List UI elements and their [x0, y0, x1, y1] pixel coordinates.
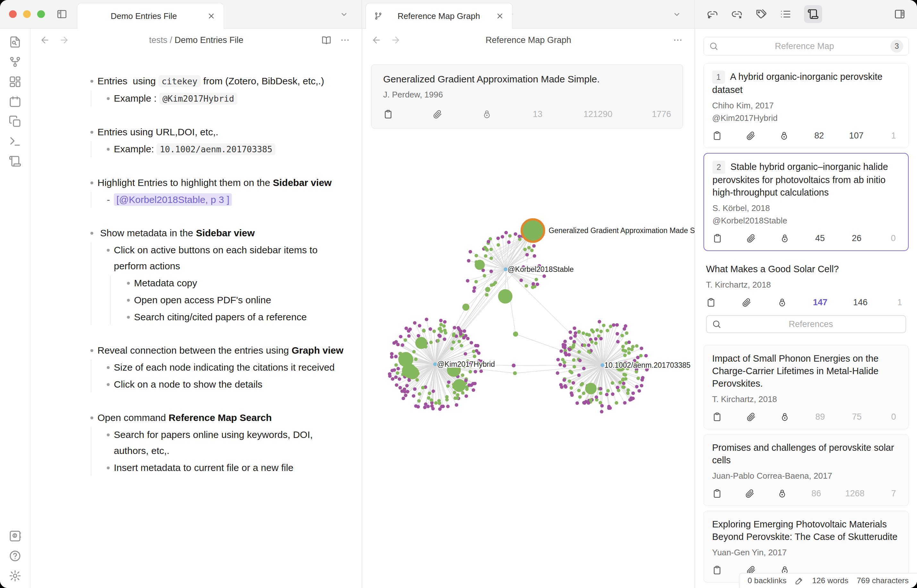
- paperclip-icon[interactable]: [745, 489, 755, 499]
- list-item: Metadata copy: [126, 275, 344, 291]
- back-icon[interactable]: [371, 35, 381, 45]
- count-value[interactable]: 121290: [584, 109, 612, 119]
- help-icon[interactable]: [9, 549, 21, 562]
- count-value[interactable]: 1776: [652, 109, 671, 119]
- count-value[interactable]: 1268: [845, 489, 864, 499]
- copy-icon[interactable]: [9, 115, 21, 128]
- count-value[interactable]: 75: [850, 412, 863, 422]
- clipboard-icon[interactable]: [712, 131, 722, 141]
- open-access-icon[interactable]: [777, 297, 787, 307]
- count-value[interactable]: 1: [893, 297, 906, 307]
- reference-card[interactable]: 1A hybrid organic-inorganic perovskite d…: [704, 63, 909, 148]
- count-value[interactable]: 89: [814, 412, 827, 422]
- tab-list-chevron-icon[interactable]: [673, 10, 681, 19]
- more-options-icon[interactable]: [340, 35, 350, 45]
- reference-card[interactable]: Impact of Small Phonon Energies on the C…: [704, 345, 909, 429]
- reference-citekey: @Kim2017Hybrid: [712, 113, 900, 123]
- list-item: Size of each node indicating the citatio…: [106, 359, 344, 375]
- minimize-window-button[interactable]: [23, 10, 31, 18]
- reference-card[interactable]: 2Stable hybrid organic–inorganic halide …: [704, 153, 909, 251]
- file-search-icon[interactable]: [9, 36, 21, 48]
- reference-card[interactable]: Exploring Emerging Photovoltaic Material…: [704, 511, 909, 583]
- zoom-window-button[interactable]: [37, 10, 45, 18]
- note-content[interactable]: Entries using citekey from (Zotero, BibD…: [90, 52, 344, 477]
- references-search[interactable]: References: [706, 315, 906, 333]
- toggle-left-sidebar-icon[interactable]: [57, 9, 67, 19]
- scroll-icon[interactable]: [804, 5, 822, 23]
- count-value[interactable]: 82: [813, 131, 826, 141]
- app-window: Demo Entries File Reference Map Graph te…: [0, 0, 917, 588]
- clipboard-icon[interactable]: [712, 233, 722, 243]
- reference-map-search[interactable]: Reference Map 3: [704, 37, 909, 55]
- terminal-icon[interactable]: [9, 135, 21, 148]
- paperclip-icon[interactable]: [742, 297, 752, 307]
- selected-paper-card[interactable]: Generalized Gradient Approximation Made …: [371, 65, 683, 129]
- breadcrumb[interactable]: tests / Demo Entries File: [149, 35, 243, 45]
- character-count[interactable]: 769 characters: [857, 576, 909, 585]
- paperclip-icon[interactable]: [746, 131, 756, 141]
- open-access-icon[interactable]: [779, 131, 789, 141]
- count-value[interactable]: 107: [849, 131, 864, 141]
- count-value[interactable]: 7: [887, 489, 900, 499]
- more-options-icon[interactable]: [673, 35, 683, 45]
- clipboard-icon[interactable]: [383, 109, 393, 119]
- close-window-button[interactable]: [9, 10, 17, 18]
- backlink-in-icon[interactable]: [707, 8, 718, 20]
- count-value[interactable]: 86: [810, 489, 823, 499]
- open-access-icon[interactable]: [780, 412, 790, 422]
- vault-icon[interactable]: [9, 530, 21, 543]
- clipboard-icon[interactable]: [712, 489, 722, 499]
- citation-link[interactable]: [@Korbel2018Stable, p 3 ]: [114, 193, 232, 206]
- open-access-icon[interactable]: [777, 489, 787, 499]
- count-value[interactable]: 147: [813, 297, 828, 307]
- backlinks-count[interactable]: 0 backlinks: [748, 576, 786, 585]
- paperclip-icon[interactable]: [746, 233, 756, 243]
- reference-card[interactable]: Promises and challenges of perovskite so…: [704, 434, 909, 506]
- open-access-icon[interactable]: [780, 233, 790, 243]
- close-tab-icon[interactable]: [207, 12, 215, 20]
- edit-mode-icon[interactable]: [795, 576, 804, 585]
- count-value[interactable]: 26: [850, 233, 863, 243]
- tab-demo-entries-file[interactable]: Demo Entries File: [77, 3, 224, 29]
- close-tab-icon[interactable]: [496, 12, 504, 20]
- reference-actions: 1471461: [706, 297, 906, 307]
- clipboard-icon[interactable]: [706, 297, 716, 307]
- open-access-icon[interactable]: [482, 109, 492, 119]
- clipboard-icon[interactable]: [712, 565, 722, 575]
- reading-view-icon[interactable]: [321, 35, 331, 45]
- paperclip-icon[interactable]: [433, 109, 442, 119]
- tab-title: Reference Map Graph: [387, 11, 491, 21]
- tab-list-chevron-icon[interactable]: [340, 10, 348, 19]
- git-fork-icon[interactable]: [9, 55, 21, 68]
- count-value[interactable]: 13: [531, 109, 544, 119]
- panel-right-icon[interactable]: [894, 8, 906, 20]
- tab-reference-map-graph[interactable]: Reference Map Graph: [365, 3, 513, 29]
- count-value[interactable]: 45: [814, 233, 827, 243]
- tags-icon[interactable]: [756, 8, 767, 20]
- count-value[interactable]: 1: [887, 131, 900, 141]
- pane-title: Reference Map Graph: [486, 35, 571, 45]
- settings-icon[interactable]: [9, 569, 21, 582]
- clipboard-icon[interactable]: [712, 412, 722, 422]
- list-item: Insert metadata to current file or a new…: [106, 460, 344, 476]
- count-value[interactable]: 0: [887, 233, 900, 243]
- forward-icon[interactable]: [391, 35, 401, 45]
- word-count[interactable]: 126 words: [812, 576, 848, 585]
- reference-authors: Yuan-Gen Yin, 2017: [712, 548, 900, 557]
- list-item: Entries using URL,DOI, etc,.: [90, 124, 344, 140]
- backlink-out-icon[interactable]: [731, 8, 743, 20]
- reference-title: Exploring Emerging Photovoltaic Material…: [712, 518, 900, 543]
- back-icon[interactable]: [40, 35, 50, 45]
- editor-pane: tests / Demo Entries File Entries using …: [31, 29, 362, 588]
- calendar-icon[interactable]: [9, 95, 21, 108]
- left-ribbon: [0, 29, 31, 588]
- bullet-list-icon[interactable]: [780, 8, 791, 20]
- editor-pane-header: tests / Demo Entries File: [31, 29, 362, 52]
- layout-dashboard-icon[interactable]: [9, 75, 21, 88]
- paperclip-icon[interactable]: [746, 412, 756, 422]
- count-value[interactable]: 0: [887, 412, 900, 422]
- count-value[interactable]: 146: [853, 297, 868, 307]
- forward-icon[interactable]: [59, 35, 69, 45]
- reference-card[interactable]: What Makes a Good Solar Cell?T. Kirchart…: [704, 256, 909, 340]
- scroll-icon[interactable]: [9, 155, 21, 168]
